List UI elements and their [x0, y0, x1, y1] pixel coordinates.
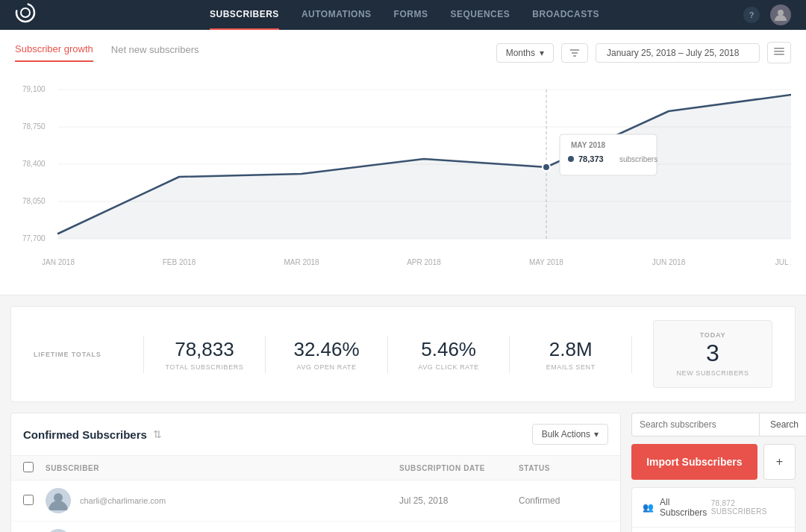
nav-subscribers[interactable]: Subscribers [210, 0, 279, 30]
svg-text:JUL 2018: JUL 2018 [775, 258, 791, 266]
stat-emails-sent: 2.8M Emails Sent [531, 338, 610, 371]
svg-text:MAR 2018: MAR 2018 [284, 258, 319, 266]
subscriber-info: charli@charlimarie.com [80, 496, 399, 505]
stat-avg-open-rate: 32.46% Avg Open Rate [287, 338, 366, 371]
tab-net-new[interactable]: Net new subscribers [111, 44, 199, 61]
row-checkbox[interactable] [23, 495, 34, 505]
svg-text:JAN 2018: JAN 2018 [42, 258, 75, 266]
svg-rect-3 [774, 48, 784, 49]
bulk-actions-button[interactable]: Bulk Actions ▾ [532, 424, 608, 445]
import-row: Import Subscribers + [631, 444, 796, 480]
svg-text:77,700: 77,700 [22, 234, 46, 242]
subscribers-table: Confirmed Subscribers ⇅ Bulk Actions ▾ S… [10, 413, 621, 532]
stats-bar: Lifetime Totals 78,833 Total Subscribers… [10, 306, 796, 402]
svg-text:FEB 2018: FEB 2018 [163, 258, 196, 266]
nav-automations[interactable]: Automations [302, 0, 372, 30]
filter-button[interactable] [561, 43, 588, 63]
table-row: Barrett barrett@convertkit.com Jul 25, 2… [11, 522, 620, 532]
svg-text:JUN 2018: JUN 2018 [652, 258, 686, 266]
sidebar-item-segments[interactable]: ⚡ Segments › [632, 528, 795, 532]
select-all-checkbox[interactable] [23, 462, 34, 472]
search-button[interactable]: Search [759, 413, 806, 436]
chart-menu-button[interactable] [767, 42, 791, 63]
logo [15, 2, 36, 28]
sort-icon[interactable]: ⇅ [153, 428, 162, 440]
svg-text:78,400: 78,400 [22, 160, 46, 168]
chart-controls: Months ▾ January 25, 2018 – July 25, 201… [496, 42, 791, 63]
lifetime-label: Lifetime Totals [34, 351, 101, 358]
stat-total-subscribers: 78,833 Total Subscribers [165, 338, 245, 371]
svg-point-18 [543, 163, 550, 171]
chart-section: Subscriber growth Net new subscribers Mo… [0, 30, 806, 295]
svg-text:APR 2018: APR 2018 [407, 258, 441, 266]
svg-text:MAY 2018: MAY 2018 [571, 141, 606, 149]
main-content: Confirmed Subscribers ⇅ Bulk Actions ▾ S… [0, 413, 806, 532]
chart-tabs: Subscriber growth Net new subscribers Mo… [15, 42, 791, 63]
date-range-picker[interactable]: January 25, 2018 – July 25, 2018 [596, 43, 760, 63]
avatar[interactable] [770, 4, 791, 25]
chart-container: 79,100 78,750 78,400 78,050 77,700 MAY 2… [15, 71, 791, 295]
search-box: Search [631, 413, 796, 436]
svg-rect-5 [774, 54, 784, 55]
table-title: Confirmed Subscribers [23, 428, 147, 441]
search-input[interactable] [631, 413, 759, 436]
svg-point-21 [568, 156, 574, 162]
svg-text:MAY 2018: MAY 2018 [529, 258, 563, 266]
table-row: charli@charlimarie.com Jul 25, 2018 Conf… [11, 481, 620, 522]
nav-broadcasts[interactable]: Broadcasts [532, 0, 599, 30]
svg-text:78,373: 78,373 [578, 154, 604, 163]
help-button[interactable]: ? [743, 7, 760, 23]
nav-sequences[interactable]: Sequences [450, 0, 510, 30]
svg-rect-4 [774, 51, 784, 52]
sidebar: Search Import Subscribers + 👥 All Subscr… [631, 413, 796, 532]
nav-right: ? [743, 4, 791, 25]
stat-avg-click-rate: 5.46% Avg Click Rate [409, 338, 489, 371]
sidebar-section: 👥 All Subscribers 78,872 SUBSCRIBERS ⚡ S… [631, 487, 796, 532]
svg-point-2 [778, 10, 784, 16]
svg-text:subscribers: subscribers [619, 155, 657, 163]
nav-links: Subscribers Automations Forms Sequences … [66, 0, 743, 30]
sidebar-item-all-subscribers[interactable]: 👥 All Subscribers 78,872 SUBSCRIBERS [632, 488, 795, 528]
tab-subscriber-growth[interactable]: Subscriber growth [15, 43, 93, 62]
svg-text:78,050: 78,050 [22, 197, 46, 205]
avatar [46, 529, 71, 532]
svg-point-0 [16, 4, 34, 22]
table-header: Confirmed Subscribers ⇅ Bulk Actions ▾ [11, 413, 620, 456]
chevron-down-icon: ▾ [594, 429, 599, 439]
nav-forms[interactable]: Forms [394, 0, 428, 30]
add-subscriber-button[interactable]: + [763, 444, 796, 480]
navigation: Subscribers Automations Forms Sequences … [0, 0, 806, 30]
avatar [46, 488, 71, 513]
table-column-headers: Subscriber Subscription Date Status [11, 456, 620, 481]
users-icon: 👥 [643, 502, 654, 513]
svg-text:78,750: 78,750 [22, 122, 46, 131]
chart-svg: 79,100 78,750 78,400 78,050 77,700 MAY 2… [15, 78, 791, 280]
period-dropdown[interactable]: Months ▾ [496, 43, 554, 63]
svg-marker-16 [58, 95, 791, 239]
svg-text:79,100: 79,100 [22, 85, 46, 93]
svg-point-1 [21, 8, 30, 17]
import-subscribers-button[interactable]: Import Subscribers [631, 444, 757, 480]
chevron-down-icon: ▾ [540, 48, 544, 58]
stat-today: Today 3 New Subscribers [653, 320, 772, 388]
